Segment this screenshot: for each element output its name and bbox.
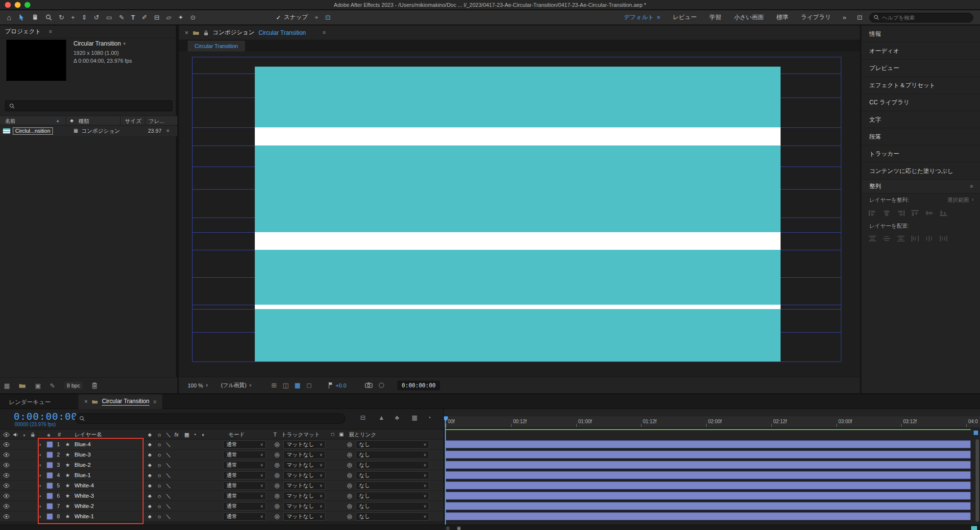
- align-bottom-icon[interactable]: [939, 210, 948, 217]
- label-column-icon[interactable]: ◆: [47, 433, 50, 437]
- shy-toggle-icon[interactable]: ♣: [148, 462, 151, 468]
- dolly-camera-tool[interactable]: ⇕: [82, 14, 87, 21]
- toggle-switches-icon[interactable]: ◎: [446, 526, 450, 530]
- expand-arrow-icon[interactable]: ›: [39, 452, 41, 458]
- distribute-top-icon[interactable]: [868, 235, 877, 242]
- panel-tab-tracker[interactable]: トラッカー: [861, 145, 980, 163]
- layer-label-chip[interactable]: [47, 482, 53, 489]
- eye-toggle-icon[interactable]: [3, 473, 10, 478]
- layer-row[interactable]: › 5 ★ White-4 ♣ ☼ ＼ 通常∨ ◎ マットなし∨ ◎ なし∨: [0, 481, 443, 491]
- color-depth-button[interactable]: 8 bpc: [64, 382, 83, 389]
- preserve-transparency-icon[interactable]: □: [331, 432, 334, 437]
- panel-menu-icon[interactable]: ≡: [970, 184, 973, 189]
- layer-duration-bar[interactable]: [445, 482, 971, 489]
- viewer-timecode[interactable]: 0:00:00:00: [397, 381, 440, 390]
- quality-toggle-icon[interactable]: ＼: [166, 483, 171, 488]
- layer-name[interactable]: White-1: [74, 514, 94, 520]
- orbit-camera-tool[interactable]: ↻: [59, 14, 64, 21]
- layer-duration-bar[interactable]: [445, 451, 971, 458]
- workspace-tab-libraries[interactable]: ライブラリ: [801, 13, 831, 22]
- blend-mode-select[interactable]: 通常∨: [223, 482, 266, 490]
- blend-mode-select[interactable]: 通常∨: [223, 471, 266, 480]
- layer-name[interactable]: Blue-3: [74, 452, 91, 458]
- eye-toggle-icon[interactable]: [3, 483, 10, 488]
- timeline-zoom-handle[interactable]: [971, 526, 977, 530]
- quality-toggle-icon[interactable]: ＼: [166, 462, 171, 468]
- parent-pickwhip-icon[interactable]: ◎: [347, 452, 352, 458]
- rotate-tool[interactable]: ↺: [94, 14, 99, 21]
- region-of-interest-icon[interactable]: ▦: [294, 382, 300, 388]
- quality-toggle-icon[interactable]: ＼: [166, 493, 171, 499]
- parent-link-column-header[interactable]: 親とリンク: [349, 432, 376, 437]
- eye-toggle-icon[interactable]: [3, 514, 10, 519]
- layer-row[interactable]: › 3 ★ Blue-2 ♣ ☼ ＼ 通常∨ ◎ マットなし∨ ◎ なし∨: [0, 460, 443, 470]
- collapse-toggle-icon[interactable]: ☼: [157, 452, 162, 458]
- layer-name[interactable]: Blue-4: [74, 442, 91, 448]
- layer-label-chip[interactable]: [47, 462, 53, 468]
- align-target-select[interactable]: 選択範囲 ∨: [947, 196, 974, 204]
- comp-marker-bin[interactable]: [974, 431, 978, 435]
- parent-select[interactable]: なし∨: [356, 482, 429, 490]
- eye-toggle-icon[interactable]: [3, 494, 10, 498]
- layer-duration-bar[interactable]: [445, 471, 971, 479]
- shy-toggle-icon[interactable]: ♣: [148, 452, 151, 458]
- matte-pickwhip-icon[interactable]: ◎: [274, 472, 279, 478]
- layer-duration-bar[interactable]: [445, 512, 971, 520]
- parent-pickwhip-icon[interactable]: ◎: [347, 462, 352, 468]
- shy-toggle-icon[interactable]: ♣: [148, 514, 151, 519]
- motion-blur-icon[interactable]: ◔: [427, 414, 431, 421]
- sort-asc-icon[interactable]: ▲: [56, 119, 60, 123]
- project-item-name[interactable]: Circlul...nsition: [13, 127, 53, 135]
- timeline-search-box[interactable]: [75, 413, 345, 424]
- trash-icon[interactable]: [92, 382, 98, 389]
- blend-mode-select[interactable]: 通常∨: [223, 461, 266, 469]
- panel-tab-cc-libraries[interactable]: CC ライブラリ: [861, 94, 980, 111]
- distribute-vertical-center-icon[interactable]: [882, 235, 891, 242]
- roto-brush-tool[interactable]: ✦: [178, 14, 183, 21]
- vertical-scrollbar[interactable]: [976, 439, 979, 522]
- shy-toggle-icon[interactable]: ♣: [148, 483, 151, 488]
- shy-toggle-icon[interactable]: ♣: [148, 504, 151, 509]
- effects-column-icon[interactable]: fx: [174, 432, 179, 437]
- interpret-footage-icon[interactable]: ▦: [4, 383, 10, 389]
- lock-icon[interactable]: [203, 30, 209, 36]
- layer-label-chip[interactable]: [47, 493, 53, 499]
- panel-tab-character[interactable]: 文字: [861, 111, 980, 128]
- layer-label-chip[interactable]: [47, 452, 53, 458]
- track-matte-select[interactable]: マットなし∨: [283, 502, 325, 510]
- expand-arrow-icon[interactable]: ›: [39, 483, 41, 488]
- align-panel-header[interactable]: 整列 ≡: [861, 180, 980, 193]
- shape-tool[interactable]: ▭: [106, 14, 112, 21]
- shy-toggle-icon[interactable]: ♣: [148, 493, 151, 499]
- expand-arrow-icon[interactable]: ›: [39, 442, 41, 447]
- project-panel-header[interactable]: プロジェクト ≡: [0, 25, 176, 38]
- collapse-toggle-icon[interactable]: ☼: [157, 514, 162, 519]
- window-close-button[interactable]: [5, 2, 11, 8]
- show-snapshot-icon[interactable]: [378, 382, 385, 388]
- project-search-box[interactable]: [5, 100, 172, 111]
- layer-name-column-header[interactable]: レイヤー名: [74, 432, 102, 437]
- column-frame-rate[interactable]: フレ...: [148, 119, 164, 124]
- panel-tab-info[interactable]: 情報: [861, 25, 980, 43]
- new-composition-icon[interactable]: ▣: [35, 383, 41, 389]
- track-matte-select[interactable]: マットなし∨: [283, 492, 325, 500]
- layer-label-chip[interactable]: [47, 441, 53, 448]
- parent-select[interactable]: なし∨: [356, 471, 429, 480]
- snap-box-icon[interactable]: ⊡: [325, 14, 331, 21]
- panel-tab-paragraph[interactable]: 段落: [861, 128, 980, 145]
- parent-select[interactable]: なし∨: [356, 512, 429, 521]
- layer-row[interactable]: › 1 ★ Blue-4 ♣ ☼ ＼ 通常∨ ◎ マットなし∨ ◎ なし∨: [0, 439, 443, 450]
- resolution-select[interactable]: (フル画質) ∨: [221, 382, 252, 389]
- layer-name[interactable]: Blue-1: [74, 473, 91, 479]
- expand-arrow-icon[interactable]: ›: [39, 514, 41, 519]
- window-minimize-button[interactable]: [15, 2, 21, 8]
- draft-3d-icon[interactable]: ▲: [378, 414, 385, 421]
- eye-column-icon[interactable]: [3, 433, 10, 437]
- track-matte-select[interactable]: マットなし∨: [283, 451, 325, 459]
- motion-blur-column-icon[interactable]: ◔: [193, 432, 196, 437]
- timeline-track-area[interactable]: 00f 00:12f 01:00f 01:12f 02:00f 02:12f 0…: [443, 409, 980, 525]
- layer-row[interactable]: › 2 ★ Blue-3 ♣ ☼ ＼ 通常∨ ◎ マットなし∨ ◎ なし∨: [0, 450, 443, 460]
- layer-label-chip[interactable]: [47, 503, 53, 509]
- brush-tool[interactable]: ✐: [142, 14, 147, 21]
- collapse-toggle-icon[interactable]: ☼: [157, 462, 162, 468]
